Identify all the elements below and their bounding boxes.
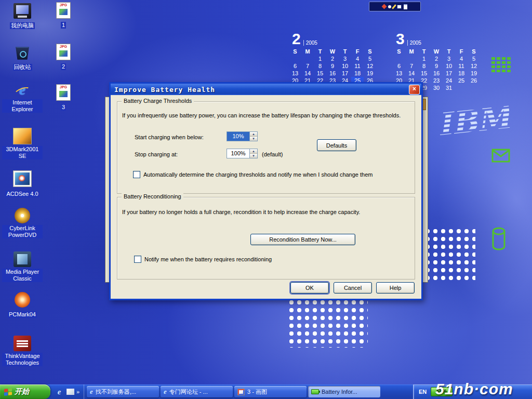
calendar-day: 14 [405, 70, 418, 77]
task-button-battery-information[interactable]: Battery Infor... [308, 386, 380, 397]
desktop-icon-thinkvantage[interactable]: ThinkVantage Technologies [2, 336, 43, 367]
desktop-icon-label: CyberLink PowerDVD [2, 225, 43, 238]
calendar-title: 3 2005 [393, 27, 482, 47]
paint-icon [237, 389, 245, 395]
keypad-dot [502, 57, 506, 60]
calendar-month-number: 2 [292, 31, 301, 47]
internet-explorer-icon: e [14, 82, 31, 98]
desktop-icon-label: Internet Explorer [2, 99, 43, 113]
dot-icon [388, 5, 391, 8]
calendar-day: 18 [351, 70, 364, 77]
task-button-paint[interactable]: 3 - 画图 [234, 386, 307, 397]
quick-launch-ie[interactable]: e [55, 387, 64, 397]
desktop-file-2[interactable]: JPG 2 [48, 44, 79, 71]
cancel-button[interactable]: Cancel [334, 282, 372, 294]
calendar-day-header: S [393, 48, 405, 55]
quick-launch-overflow-chevron-icon[interactable]: » [76, 389, 82, 395]
desktop-icon-label: ACDSee 4.0 [5, 191, 39, 197]
calendar-day-header: F [351, 48, 364, 55]
quick-launch-show-desktop[interactable] [65, 387, 75, 397]
recondition-description: If your battery no longer holds a full c… [122, 209, 360, 215]
jpg-tag: JPG [57, 45, 70, 48]
powerdvd-icon [15, 208, 30, 223]
jpg-tag: JPG [57, 3, 70, 7]
desktop-icon-pcmark04[interactable]: PCMark04 [2, 292, 43, 318]
ie-icon: e [90, 388, 93, 396]
checkbox-box[interactable] [134, 256, 141, 263]
calendar-day: 23 [430, 77, 443, 84]
calendar-day: 26 [468, 77, 480, 84]
group-title: Battery Charge Thresholds [122, 98, 194, 104]
calendar-day: 30 [430, 84, 443, 91]
battery-icon [311, 389, 319, 394]
task-label: 找不到服务器,... [96, 388, 136, 396]
start-threshold-spinner[interactable]: 10% ▲ ▼ [227, 131, 258, 141]
keypad-dot [497, 70, 500, 72]
spin-down-icon[interactable]: ▼ [250, 154, 257, 158]
keypad-dot [502, 70, 506, 72]
ok-button[interactable]: OK [290, 282, 329, 294]
improve-battery-health-dialog: Improve Battery Health × Battery Charge … [109, 82, 423, 300]
calendar-day-header: S [364, 48, 376, 55]
calendar-day: 12 [468, 62, 480, 70]
calendar-day: 11 [455, 62, 468, 70]
desktop-icon-recycle-bin[interactable]: 回收站 [2, 45, 43, 71]
desktop-icon-3dmark2001[interactable]: 3DMark2001 SE [2, 128, 43, 160]
calendar-day: 13 [289, 70, 301, 77]
notify-reconditioning-checkbox[interactable]: Notify me when the battery requires reco… [134, 256, 272, 263]
calendar-day: 7 [301, 62, 314, 70]
close-icon[interactable]: × [409, 85, 420, 95]
calendar-day-headers: SMTWTFS [393, 48, 482, 55]
charge-description: If you infrequently use battery power, y… [122, 112, 401, 118]
desktop-widget-bar[interactable] [369, 2, 421, 11]
desktop-icon-label: 3DMark2001 SE [2, 146, 43, 159]
keypad-dot [507, 70, 511, 72]
desktop-icon-internet-explorer[interactable]: e Internet Explorer [2, 82, 43, 113]
desktop-icon-my-computer[interactable]: 我的电脑 [2, 3, 43, 30]
dialog-title-bar[interactable]: Improve Battery Health × [111, 84, 421, 95]
media-player-classic-icon [14, 251, 31, 267]
calendar-day-header: T [314, 48, 326, 55]
svg-text:IBM: IBM [436, 99, 512, 142]
file-icon-label: 1 [61, 22, 66, 29]
keypad-dot [507, 61, 511, 64]
stop-threshold-spinner[interactable]: 100% ▲ ▼ [227, 149, 258, 158]
calendar-day [468, 84, 480, 91]
calendar-month-number: 3 [396, 31, 405, 47]
spin-up-icon[interactable]: ▲ [250, 132, 257, 137]
desktop-icon-media-player-classic[interactable]: Media Player Classic [2, 251, 43, 283]
start-threshold-value[interactable]: 10% [227, 132, 249, 141]
jpg-file-icon: JPG [56, 2, 71, 19]
calendar-day: 16 [326, 70, 339, 77]
start-button[interactable]: 开始 [0, 384, 50, 399]
checkbox-box[interactable] [133, 171, 140, 178]
calendar-day: 2 [326, 55, 339, 62]
help-button[interactable]: Help [376, 282, 415, 294]
jpg-file-icon: JPG [56, 44, 71, 60]
language-indicator[interactable]: EN [419, 389, 427, 395]
grid-icon [397, 5, 402, 9]
spin-up-icon[interactable]: ▲ [250, 149, 257, 154]
keypad-dot [507, 65, 511, 68]
dot-grid-art [425, 229, 475, 280]
recondition-battery-button[interactable]: Recondition Battery Now... [250, 234, 355, 245]
calendar-title: 2 2005 [289, 27, 378, 47]
auto-determine-checkbox[interactable]: Automatically determine the charging thr… [133, 171, 373, 178]
calendar-day: 17 [443, 70, 455, 77]
calendar-day [393, 55, 405, 62]
calendar-day: 3 [339, 55, 351, 62]
my-computer-icon [14, 3, 31, 19]
calendar-day-header: F [455, 48, 468, 55]
desktop-file-1[interactable]: JPG 1 [48, 2, 79, 29]
task-button-ie-server[interactable]: e 找不到服务器,... [87, 386, 159, 397]
task-button-forum[interactable]: e 专门网论坛 - ... [161, 386, 233, 397]
recycle-bin-icon [14, 45, 31, 60]
keypad-dot [491, 57, 495, 60]
desktop-icon-acdsee[interactable]: ACDSee 4.0 [2, 170, 43, 198]
defaults-button[interactable]: Defaults [317, 139, 356, 151]
desktop-icon-powerdvd[interactable]: CyberLink PowerDVD [2, 208, 43, 239]
spin-down-icon[interactable]: ▼ [250, 137, 257, 141]
desktop-file-3[interactable]: JPG 3 [48, 84, 79, 111]
stop-threshold-value[interactable]: 100% [227, 149, 249, 158]
wrench-icon [392, 4, 396, 9]
